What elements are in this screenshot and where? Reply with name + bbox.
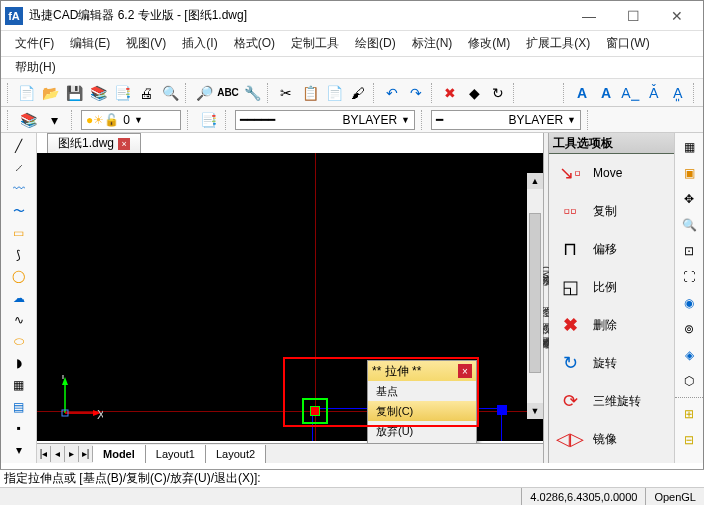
pan-icon[interactable]: ✥	[679, 189, 699, 209]
layout-first-icon[interactable]: |◂	[37, 446, 51, 462]
isoview-icon[interactable]: ◈	[679, 345, 699, 365]
spell-icon[interactable]: ABC	[217, 82, 239, 104]
ellipsearc-icon[interactable]: ◗	[8, 354, 30, 372]
layer-dd-icon[interactable]: ▾	[43, 109, 65, 131]
scroll-up-icon[interactable]: ▲	[527, 173, 543, 189]
polygon-icon[interactable]: 〜	[8, 202, 30, 220]
undo-icon[interactable]: ↶	[381, 82, 403, 104]
layout-1[interactable]: Layout1	[146, 445, 206, 463]
text-a4-icon[interactable]: Ǎ	[643, 82, 665, 104]
hatch-icon[interactable]: ▤	[8, 398, 30, 416]
pal-delete[interactable]: ✖删除	[549, 306, 674, 344]
ctx-discard[interactable]: 放弃(U)	[368, 421, 476, 441]
find-icon[interactable]: 🔎	[193, 82, 215, 104]
command-line[interactable]: 指定拉伸点或 [基点(B)/复制(C)/放弃(U)/退出(X)]:	[0, 470, 704, 488]
menu-dim[interactable]: 标注(N)	[404, 33, 461, 54]
zoomext-icon[interactable]: ⛶	[679, 267, 699, 287]
pal-scale[interactable]: ◱比例	[549, 268, 674, 306]
tab-close-icon[interactable]: ×	[118, 138, 130, 150]
pal-copy[interactable]: ▫▫复制	[549, 192, 674, 230]
viewport-icon[interactable]: ▣	[679, 163, 699, 183]
menu-format[interactable]: 格式(O)	[226, 33, 283, 54]
erase-icon[interactable]: ✖	[439, 82, 461, 104]
print-icon[interactable]: 🖨	[135, 82, 157, 104]
spline-icon[interactable]: ∿	[8, 311, 30, 329]
xline-icon[interactable]: ⟋	[8, 159, 30, 177]
view3d-icon[interactable]: ◉	[679, 293, 699, 313]
close-button[interactable]: ✕	[655, 2, 699, 30]
grid-icon[interactable]: ▦	[679, 137, 699, 157]
layout-prev-icon[interactable]: ◂	[51, 446, 65, 462]
layout-2[interactable]: Layout2	[206, 445, 266, 463]
point-icon[interactable]: ▪	[8, 420, 30, 438]
layout-last-icon[interactable]: ▸|	[79, 446, 93, 462]
menu-window[interactable]: 窗口(W)	[598, 33, 657, 54]
zoom-icon[interactable]: 🔍	[679, 215, 699, 235]
circle-icon[interactable]: ◯	[8, 267, 30, 285]
orbit-icon[interactable]: ⊚	[679, 319, 699, 339]
layout-model[interactable]: Model	[93, 445, 146, 463]
preview-icon[interactable]: 🔍	[159, 82, 181, 104]
maximize-button[interactable]: ☐	[611, 2, 655, 30]
pal-mirror[interactable]: ◁▷镜像	[549, 420, 674, 458]
layer-selector[interactable]: ●☀🔓 0 ▼	[81, 110, 181, 130]
vertical-scrollbar[interactable]: ▲ ▼	[527, 173, 543, 419]
recover-icon[interactable]: ↻	[487, 82, 509, 104]
grip[interactable]	[497, 405, 507, 415]
text-a1-icon[interactable]: A	[571, 82, 593, 104]
snap2-icon[interactable]: ⊟	[679, 430, 699, 450]
redo-icon[interactable]: ↷	[405, 82, 427, 104]
menu-file[interactable]: 文件(F)	[7, 33, 62, 54]
grip-active[interactable]	[310, 406, 320, 416]
menu-help[interactable]: 帮助(H)	[7, 57, 64, 78]
snap-icon[interactable]: ⊞	[679, 404, 699, 424]
arc-icon[interactable]: ⟆	[8, 246, 30, 264]
ctx-copy[interactable]: 复制(C)	[368, 401, 476, 421]
pal-rotate3d[interactable]: ⟳三维旋转	[549, 382, 674, 420]
new-icon[interactable]: 📄	[15, 82, 37, 104]
linetype-selector[interactable]: ━━━━━ BYLAYER ▼	[235, 110, 415, 130]
block-icon[interactable]: ▦	[8, 376, 30, 394]
document-tab[interactable]: 图纸1.dwg ×	[47, 133, 141, 153]
save-icon[interactable]: 💾	[63, 82, 85, 104]
layer-mgr-icon[interactable]: 📚	[17, 109, 39, 131]
context-close-icon[interactable]: ×	[458, 364, 472, 378]
match-icon[interactable]: 🖌	[347, 82, 369, 104]
text-a3-icon[interactable]: A⎯	[619, 82, 641, 104]
more-icon[interactable]: ▾	[8, 441, 30, 459]
pal-move[interactable]: ↘▫Move	[549, 154, 674, 192]
isotop-icon[interactable]: ⬡	[679, 371, 699, 391]
scroll-down-icon[interactable]: ▼	[527, 403, 543, 419]
menu-insert[interactable]: 插入(I)	[174, 33, 225, 54]
open-icon[interactable]: 📂	[39, 82, 61, 104]
saveall-icon[interactable]: 📚	[87, 82, 109, 104]
text-a2-icon[interactable]: A	[595, 82, 617, 104]
tool-icon[interactable]: 🔧	[241, 82, 263, 104]
pline-icon[interactable]: 〰	[8, 180, 30, 198]
pal-rotate[interactable]: ↻旋转	[549, 344, 674, 382]
lineweight-selector[interactable]: ━ BYLAYER ▼	[431, 110, 581, 130]
menu-edit[interactable]: 编辑(E)	[62, 33, 118, 54]
menu-view[interactable]: 视图(V)	[118, 33, 174, 54]
menu-draw[interactable]: 绘图(D)	[347, 33, 404, 54]
layout-next-icon[interactable]: ▸	[65, 446, 79, 462]
ctx-base[interactable]: 基点	[368, 381, 476, 401]
menu-modify[interactable]: 修改(M)	[460, 33, 518, 54]
copy-icon[interactable]: 📋	[299, 82, 321, 104]
zoomwin-icon[interactable]: ⊡	[679, 241, 699, 261]
pdf-icon[interactable]: 📑	[111, 82, 133, 104]
paste-icon[interactable]: 📄	[323, 82, 345, 104]
ellipse-icon[interactable]: ⬭	[8, 333, 30, 351]
audit-icon[interactable]: ◆	[463, 82, 485, 104]
minimize-button[interactable]: —	[567, 2, 611, 30]
cut-icon[interactable]: ✂	[275, 82, 297, 104]
layer-prev-icon[interactable]: 📑	[197, 109, 219, 131]
menu-custom[interactable]: 定制工具	[283, 33, 347, 54]
pal-offset[interactable]: ⊓偏移	[549, 230, 674, 268]
scroll-thumb[interactable]	[529, 213, 541, 373]
revcloud-icon[interactable]: ☁	[8, 289, 30, 307]
line-icon[interactable]: ╱	[8, 137, 30, 155]
text-a5-icon[interactable]: A͈	[667, 82, 689, 104]
menu-ext[interactable]: 扩展工具(X)	[518, 33, 598, 54]
rect-icon[interactable]: ▭	[8, 224, 30, 242]
